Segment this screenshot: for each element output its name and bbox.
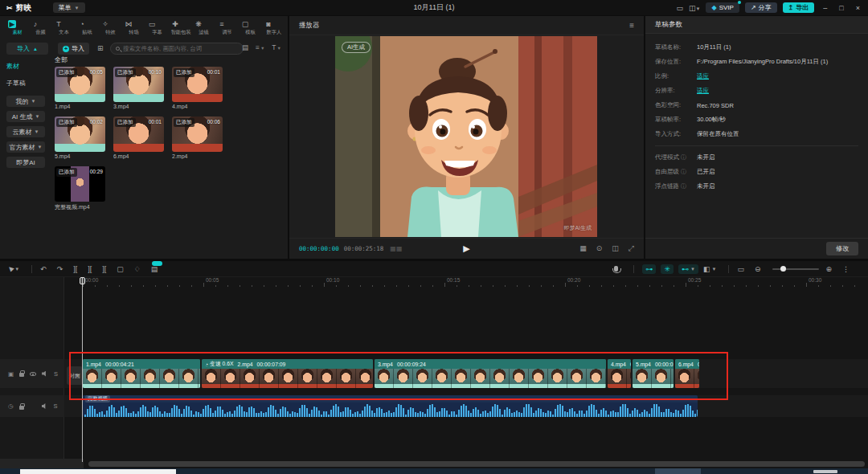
grid-view-icon[interactable]: ⊞ xyxy=(97,44,104,52)
media-thumbnail[interactable]: 已添加00:06 xyxy=(172,116,223,152)
media-item[interactable]: 已添加00:014.mp4 xyxy=(172,67,223,116)
media-thumbnail[interactable]: 已添加00:10 xyxy=(113,67,164,102)
video-clip[interactable]: 3.mp400:00:09:24 xyxy=(375,359,606,388)
play-button[interactable]: ▶ xyxy=(463,243,469,254)
layout-icon[interactable]: ▭ xyxy=(677,4,684,12)
fullscreen-icon[interactable]: ⤢ xyxy=(628,244,634,253)
tab-templates[interactable]: ▢模板 xyxy=(240,20,261,36)
quality-icon[interactable]: ▦ xyxy=(579,244,587,253)
text-filter-icon[interactable]: T▼ xyxy=(272,43,281,51)
sidebar-item-云素材[interactable]: 云素材▼ xyxy=(6,126,45,137)
more-options-icon[interactable]: ⋮ xyxy=(842,265,850,273)
frame-strip-icon[interactable]: ▦▦ xyxy=(390,245,402,252)
zoom-slider-handle[interactable] xyxy=(780,266,786,272)
menu-button[interactable]: 菜单 ▼ xyxy=(53,2,85,13)
tab-digital-human[interactable]: ◙数字人 xyxy=(263,20,285,36)
solo-label[interactable]: S xyxy=(54,402,58,410)
minimize-button[interactable]: – xyxy=(820,4,830,12)
param-value[interactable]: 适应 xyxy=(697,87,709,95)
snap-toggle-icon[interactable]: ⊶ xyxy=(642,264,656,274)
search-input[interactable] xyxy=(123,45,238,52)
media-item[interactable]: 已添加00:062.mp4 xyxy=(172,116,223,166)
media-item[interactable]: 已添加00:29完整视频.mp4 xyxy=(55,166,105,216)
share-button[interactable]: ↗ 分享 xyxy=(745,2,777,13)
split-icon[interactable]: ][ xyxy=(73,265,77,273)
sidebar-item-AI 生成[interactable]: AI 生成▼ xyxy=(6,111,45,122)
select-tool-icon[interactable]: ▶▼ xyxy=(8,265,19,272)
tab-sticker[interactable]: ◔贴纸 xyxy=(76,20,98,36)
close-button[interactable]: × xyxy=(853,4,863,12)
media-item[interactable]: 已添加00:051.mp4 xyxy=(55,67,105,116)
panels-icon[interactable]: ◫▼ xyxy=(689,4,700,12)
tab-captions[interactable]: ▭字幕 xyxy=(146,20,168,36)
record-audio-icon[interactable] xyxy=(611,266,621,272)
cover-button[interactable]: 封面 xyxy=(67,366,83,385)
media-thumbnail[interactable]: 已添加00:01 xyxy=(113,116,164,152)
speaker-icon[interactable] xyxy=(42,403,48,409)
media-item[interactable]: 已添加00:025.mp4 xyxy=(55,116,105,166)
playhead-handle[interactable] xyxy=(80,277,85,284)
video-clip[interactable]: 1.mp400:00:04:21 xyxy=(83,359,200,388)
thumbnail-view-icon[interactable]: ▤ xyxy=(242,43,248,51)
split-left-icon[interactable]: ][ xyxy=(88,265,92,273)
param-value[interactable]: 适应 xyxy=(697,72,709,80)
delete-icon[interactable]: ▢ xyxy=(117,265,124,273)
redo-icon[interactable]: ↷ xyxy=(57,265,63,273)
video-clip[interactable]: 4.mp40 xyxy=(608,359,631,388)
media-thumbnail[interactable]: 已添加00:05 xyxy=(55,67,105,102)
media-thumbnail[interactable]: 已添加00:01 xyxy=(172,67,223,102)
sidebar-item-官方素材[interactable]: 官方素材▼ xyxy=(6,141,45,153)
mask-icon[interactable]: ♢ xyxy=(134,265,141,273)
track-mode-icon[interactable]: ◧▼ xyxy=(703,265,716,273)
tab-smart-package[interactable]: ✚智能包装 xyxy=(170,20,191,36)
ratio-icon[interactable]: ◫ xyxy=(612,244,619,253)
speaker-icon[interactable] xyxy=(42,371,48,377)
sidebar-item-我的[interactable]: 我的▼ xyxy=(6,96,45,107)
video-preview[interactable]: AI生成 即梦AI生成 xyxy=(335,36,597,237)
horizontal-scrollbar[interactable] xyxy=(88,461,865,467)
media-item[interactable]: 已添加00:103.mp4 xyxy=(113,67,164,116)
tab-effects[interactable]: ✧特效 xyxy=(100,20,121,36)
preview-axis-toggle-icon[interactable]: ⊷▼ xyxy=(678,264,698,274)
media-thumbnail[interactable]: 已添加00:02 xyxy=(55,116,105,152)
focus-frame-icon[interactable]: ⊙ xyxy=(596,244,603,253)
zoom-slider[interactable] xyxy=(772,268,819,270)
solo-label[interactable]: S xyxy=(54,370,58,378)
undo-icon[interactable]: ↶ xyxy=(40,265,47,273)
import-dropdown[interactable]: 导入 ▲ xyxy=(6,43,48,55)
player-menu-icon[interactable]: ≡ xyxy=(629,21,634,30)
sidebar-item-素材[interactable]: 素材 xyxy=(6,62,51,71)
taskbar-active-app[interactable] xyxy=(655,468,701,474)
playhead-line[interactable] xyxy=(82,277,83,462)
sidebar-item-子草稿[interactable]: 子草稿 xyxy=(6,79,51,88)
svip-button[interactable]: ◆ SVIP xyxy=(706,2,739,13)
visibility-icon[interactable] xyxy=(30,372,36,376)
sort-icon[interactable]: ≡▼ xyxy=(256,43,264,51)
tab-audio[interactable]: ♪音频 xyxy=(30,20,51,36)
media-item[interactable]: 已添加00:016.mp4 xyxy=(113,116,164,166)
lock-icon[interactable] xyxy=(19,406,24,410)
export-button[interactable]: ↥ 导出 xyxy=(783,2,815,13)
video-clip[interactable]: 5.mp400:00:01:2 xyxy=(633,359,674,388)
split-right-icon[interactable]: ][ xyxy=(102,265,106,273)
sidebar-item-即梦AI[interactable]: 即梦AI xyxy=(6,157,45,168)
zoom-in-icon[interactable]: ⊕ xyxy=(825,265,832,273)
modify-button[interactable]: 修改 xyxy=(826,242,858,255)
import-button[interactable]: + 导入 xyxy=(58,43,89,55)
timecode-icon[interactable]: ▭ xyxy=(737,265,744,273)
freeze-frame-icon[interactable]: ▤ xyxy=(151,265,158,273)
tab-filters[interactable]: ❋滤镜 xyxy=(193,20,215,36)
lock-icon[interactable] xyxy=(19,373,24,377)
taskbar-search-box[interactable] xyxy=(20,469,176,474)
tab-adjust[interactable]: ≡调节 xyxy=(216,20,238,36)
tab-transitions[interactable]: ⋈转场 xyxy=(123,20,145,36)
search-box[interactable] xyxy=(110,43,244,55)
tab-text[interactable]: T文本 xyxy=(53,20,75,36)
video-clip[interactable]: 6.mp40 xyxy=(675,359,699,388)
zoom-out-icon[interactable]: ⊖ xyxy=(755,265,761,273)
timeline-ruler[interactable]: 00:0000:0500:1000:1500:2000:2500:30 xyxy=(64,277,868,288)
media-thumbnail[interactable]: 已添加00:29 xyxy=(55,166,105,202)
tab-media[interactable]: ▶素材 xyxy=(6,20,28,36)
linkage-toggle-icon[interactable]: ✳ xyxy=(661,264,674,274)
video-clip[interactable]: ◔变速 0.6X2.mp400:00:07:09 xyxy=(202,359,373,388)
